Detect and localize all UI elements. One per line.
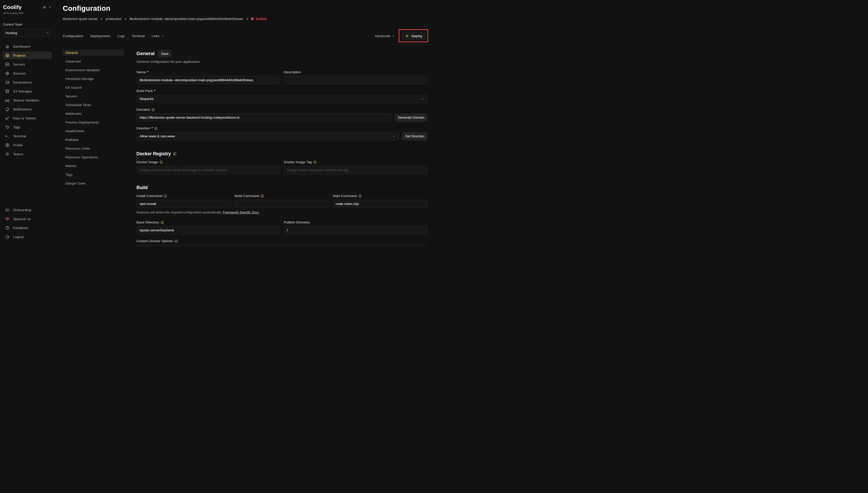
sidebar-item-servers[interactable]: Servers [3, 61, 52, 68]
submenu-item-metrics[interactable]: Metrics [63, 163, 124, 169]
tab-deployments[interactable]: Deployments [90, 34, 110, 38]
general-form: General Save General configuration for y… [136, 50, 428, 246]
submenu-item-resource-operations[interactable]: Resource Operations [63, 154, 124, 160]
submenu-item-general[interactable]: General [63, 50, 124, 56]
status-dot [251, 17, 254, 20]
sidebar-item-keys-tokens[interactable]: Keys & Tokens [3, 114, 52, 122]
sidebar-item-dashboard[interactable]: Dashboard [3, 43, 52, 50]
sidebar-item-terminal[interactable]: >_ Terminal [3, 132, 52, 140]
submenu-item-healthcheck[interactable]: Healthcheck [63, 128, 124, 134]
framework-docs-link[interactable]: Framework Specific Docs [223, 211, 259, 214]
advanced-dropdown[interactable]: Advanced [375, 34, 395, 38]
description-label: Description [284, 70, 428, 74]
submenu-item-advanced[interactable]: Advanced [63, 59, 124, 64]
sidebar-item-logout[interactable]: Logout [3, 233, 52, 241]
info-icon[interactable] [154, 127, 158, 130]
domains-input[interactable] [136, 113, 391, 122]
set-direction-button[interactable]: Set Direction [402, 132, 428, 141]
sidebar: Coolify v4.0.0-beta.399 Current Team Hos… [0, 0, 55, 246]
chevron-right-icon [100, 17, 103, 21]
generate-domain-button[interactable]: Generate Domain [394, 113, 428, 122]
sidebar-item-label: Onboarding [13, 208, 31, 212]
sidebar-item-projects[interactable]: Projects [3, 51, 52, 59]
sidebar-item-profile[interactable]: Profile [3, 141, 52, 149]
tab-terminal[interactable]: Terminal [132, 34, 145, 38]
sidebar-item-label: Tags [13, 125, 21, 129]
custom-docker-options-label: Custom Docker Options [136, 239, 428, 243]
breadcrumb-application[interactable]: illicitestonion/-module--decomposition:m… [129, 17, 243, 21]
submenu-item-tags[interactable]: Tags [63, 172, 124, 177]
tab-configuration[interactable]: Configuration [63, 34, 83, 38]
sidebar-nav: Dashboard Projects Servers Sources Desti… [3, 43, 52, 159]
tab-links[interactable]: Links [152, 34, 164, 38]
start-command-label: Start Command [333, 194, 428, 198]
submenu-item-persistent-storage[interactable]: Persistent Storage [63, 76, 124, 82]
submenu-item-danger-zone[interactable]: Danger Zone [63, 180, 124, 186]
publish-directory-input[interactable] [284, 226, 428, 234]
theme-sun-icon[interactable] [42, 5, 47, 9]
sidebar-item-notifications[interactable]: Notifications [3, 105, 52, 113]
base-directory-input[interactable] [136, 226, 280, 234]
build-pack-select[interactable]: Nixpacks [136, 94, 428, 103]
sidebar-item-label: Profile [13, 143, 23, 147]
tags-icon [5, 125, 10, 130]
sidebar-item-label: Servers [13, 63, 25, 66]
submenu-item-servers[interactable]: Servers [63, 93, 124, 99]
selector-icon [392, 35, 395, 38]
sidebar-item-sponsor[interactable]: Sponsor us [3, 215, 52, 223]
sidebar-item-onboarding[interactable]: Onboarding [3, 206, 52, 214]
advanced-label: Advanced [375, 34, 390, 38]
submenu-item-webhooks[interactable]: Webhooks [63, 111, 124, 116]
info-icon[interactable] [159, 160, 163, 164]
team-select[interactable]: Hosting [3, 29, 52, 37]
map-icon [5, 80, 10, 85]
submenu-item-resource-limits[interactable]: Resource Limits [63, 146, 124, 151]
info-icon[interactable] [173, 152, 177, 156]
sidebar-item-sources[interactable]: Sources [3, 69, 52, 77]
info-icon[interactable] [151, 108, 155, 111]
submenu-item-environment-variables[interactable]: Environment Variables [63, 67, 124, 73]
breadcrumb-project[interactable]: illicitonion quote server [63, 17, 98, 21]
custom-docker-options-input[interactable] [136, 245, 428, 246]
tab-logs[interactable]: Logs [117, 34, 125, 38]
breadcrumb-environment[interactable]: production [106, 17, 122, 21]
submenu-item-rollback[interactable]: Rollback [63, 137, 124, 143]
required-asterisk: * [154, 89, 155, 93]
sidebar-item-destinations[interactable]: Destinations [3, 79, 52, 86]
build-pack-label: Build Pack* [136, 89, 428, 93]
sidebar-item-tags[interactable]: Tags [3, 123, 52, 131]
name-input[interactable] [136, 76, 280, 84]
play-icon [405, 34, 409, 38]
docker-image-tag-input[interactable] [284, 166, 428, 174]
info-icon[interactable] [313, 160, 317, 164]
theme-selector-icon[interactable] [48, 6, 52, 9]
sidebar-item-shared-variables[interactable]: (x) Shared Variables [3, 97, 52, 104]
info-icon[interactable] [164, 194, 167, 198]
info-icon[interactable] [260, 194, 264, 198]
install-command-input[interactable] [136, 200, 231, 208]
start-command-input[interactable] [333, 200, 428, 208]
description-input[interactable] [284, 76, 428, 84]
submenu-item-scheduled-tasks[interactable]: Scheduled Tasks [63, 102, 124, 108]
sidebar-item-teams[interactable]: Teams [3, 150, 52, 158]
required-asterisk: * [151, 126, 153, 130]
submenu-item-git-source[interactable]: Git Source [63, 85, 124, 90]
base-directory-label: Base Directory [136, 220, 280, 224]
deploy-button[interactable]: Deploy [402, 32, 426, 40]
sidebar-item-label: Feedback [13, 226, 28, 230]
build-command-input[interactable] [234, 200, 329, 208]
sidebar-item-s3-storages[interactable]: S3 Storages [3, 87, 52, 95]
sidebar-item-label: Terminal [13, 134, 26, 138]
submenu-item-preview-deployments[interactable]: Preview Deployments [63, 120, 124, 125]
direction-select[interactable]: Allow www & non-www. [136, 132, 399, 141]
info-icon[interactable] [174, 239, 178, 243]
install-command-label: Install Command [136, 194, 231, 198]
section-title-general: General [136, 51, 155, 56]
sidebar-item-label: Destinations [13, 81, 32, 84]
save-button[interactable]: Save [158, 50, 172, 58]
info-icon[interactable] [161, 221, 164, 224]
domains-label: Domains [136, 108, 428, 111]
info-icon[interactable] [358, 194, 362, 198]
sidebar-item-feedback[interactable]: Feedback [3, 224, 52, 232]
docker-image-input[interactable] [136, 166, 280, 174]
